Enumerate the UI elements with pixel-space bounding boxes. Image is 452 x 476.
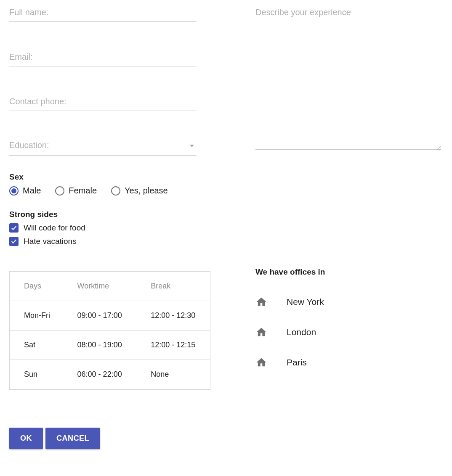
th-days: Days [10, 272, 63, 301]
checkbox-label: Hate vacations [24, 237, 77, 246]
cell-worktime: 06:00 - 22:00 [63, 360, 137, 389]
home-icon [255, 326, 267, 338]
office-city: Paris [287, 357, 307, 368]
th-worktime: Worktime [63, 272, 137, 301]
radio-label: Yes, please [125, 186, 168, 196]
cell-days: Sun [10, 360, 63, 389]
table-row: Sat 08:00 - 19:00 12:00 - 12:15 [10, 331, 210, 360]
check-code-for-food[interactable]: Will code for food [9, 223, 197, 233]
sex-radio-yes-please[interactable]: Yes, please [111, 186, 168, 196]
fullname-input[interactable] [9, 7, 197, 20]
office-row-paris: Paris [255, 357, 441, 368]
radio-icon [55, 186, 64, 196]
button-row: OK CANCEL [9, 428, 197, 449]
cell-worktime: 09:00 - 17:00 [63, 301, 137, 331]
cell-break: 12:00 - 12:30 [136, 301, 210, 331]
ok-button[interactable]: OK [9, 428, 43, 449]
radio-label: Female [69, 186, 97, 196]
strong-sides-label: Strong sides [9, 210, 197, 219]
cell-days: Sat [10, 331, 63, 360]
offices-title: We have offices in [255, 267, 441, 277]
checkbox-icon [9, 223, 19, 233]
sex-label: Sex [9, 172, 197, 182]
check-hate-vacations[interactable]: Hate vacations [9, 237, 197, 246]
email-input[interactable] [9, 51, 197, 64]
cancel-button[interactable]: CANCEL [45, 428, 100, 449]
fullname-field-wrap [9, 7, 197, 22]
checkbox-label: Will code for food [24, 223, 85, 233]
office-city: New York [287, 297, 324, 307]
sex-radio-female[interactable]: Female [55, 186, 97, 196]
email-field-wrap [9, 51, 197, 66]
th-break: Break [136, 272, 210, 301]
radio-icon [111, 186, 120, 196]
home-icon [255, 357, 267, 368]
office-row-london: London [255, 326, 441, 338]
radio-label: Male [23, 186, 41, 196]
table-header-row: Days Worktime Break [10, 272, 210, 301]
chevron-down-icon [190, 145, 194, 147]
office-row-newyork: New York [255, 296, 441, 308]
education-placeholder: Education: [9, 140, 49, 150]
office-city: London [287, 327, 316, 337]
cell-break: 12:00 - 12:15 [136, 331, 210, 360]
education-field-wrap[interactable]: Education: [9, 140, 197, 156]
offices-section: We have offices in New York London Paris [255, 267, 441, 368]
phone-field-wrap [9, 96, 197, 111]
experience-wrap [255, 7, 441, 150]
experience-textarea[interactable] [255, 7, 441, 149]
table-row: Sun 06:00 - 22:00 None [10, 360, 210, 389]
schedule-table: Days Worktime Break Mon-Fri 09:00 - 17:0… [9, 271, 210, 390]
cell-break: None [136, 360, 210, 389]
sex-radio-male[interactable]: Male [9, 186, 41, 196]
table-row: Mon-Fri 09:00 - 17:00 12:00 - 12:30 [10, 301, 210, 331]
cell-days: Mon-Fri [10, 301, 63, 331]
sex-radio-group: Male Female Yes, please [9, 186, 197, 196]
radio-icon [9, 186, 19, 196]
cell-worktime: 08:00 - 19:00 [63, 331, 137, 360]
home-icon [255, 296, 267, 308]
checkbox-icon [9, 237, 19, 246]
strong-sides-list: Will code for food Hate vacations [9, 223, 197, 246]
phone-input[interactable] [9, 96, 197, 109]
